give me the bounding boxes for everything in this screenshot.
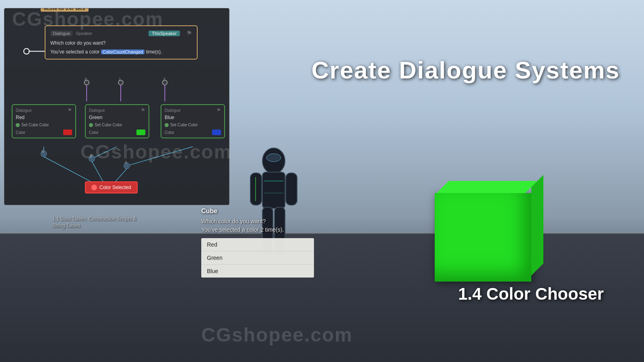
speaker-label: Speaker	[76, 31, 92, 36]
cn-green-label: Dialogue	[89, 108, 105, 113]
main-dialogue-node: Dialogue Speaker ThisSpeaker ⚑ Which col…	[45, 25, 198, 60]
choice-node-red: Dialogue ⚑ Red Set Cube Color Color	[12, 104, 76, 138]
svg-line-30	[127, 147, 193, 166]
cn-red-swatch	[63, 130, 72, 135]
flag-icon: ⚑	[186, 29, 192, 37]
cn-green-color-row: Color	[89, 130, 145, 135]
cn-blue-func: Set Cube Color	[165, 123, 221, 127]
cn-blue-label: Dialogue	[165, 108, 180, 113]
svg-point-11	[84, 80, 89, 85]
choice-item-1[interactable]: Green	[201, 251, 314, 265]
svg-point-32	[125, 165, 128, 167]
blueprint-panel: Active for 0.47 secs 0 1 2 0 0	[4, 8, 229, 205]
cn-red-title: Red	[16, 115, 72, 120]
dialogue-line1: Which color do you want?	[201, 218, 266, 224]
svg-point-31	[124, 163, 130, 169]
svg-point-24	[42, 152, 45, 155]
svg-text:1: 1	[119, 77, 121, 81]
dialogue-text: Which color do you want? You've selected…	[201, 217, 314, 234]
cn-red-label: Dialogue	[16, 108, 31, 113]
active-badge: Active for 0.47 secs	[41, 8, 89, 12]
svg-text:0: 0	[42, 149, 44, 153]
svg-point-23	[41, 151, 47, 157]
svg-rect-1	[262, 172, 285, 208]
svg-rect-3	[286, 173, 297, 205]
node-line1: Which color do you want?	[50, 39, 192, 47]
svg-point-21	[24, 49, 29, 54]
svg-line-26	[92, 147, 117, 159]
svg-point-27	[89, 156, 95, 161]
platform-text: 1.1 Data Tables, Construction Scripts &S…	[52, 216, 136, 229]
cn-red-func: Set Cube Color	[16, 123, 72, 127]
dialogue-line2: You've selected a color 2 time(s).	[201, 226, 284, 233]
color-selected-label: Color Selected	[99, 185, 131, 190]
cn-blue-color-row: Color	[165, 130, 221, 135]
cn-green-flag: ⚑	[141, 107, 145, 113]
choice-item-0[interactable]: Red	[201, 238, 314, 251]
choice-node-green: Dialogue ⚑ Green Set Cube Color Color	[85, 104, 149, 138]
version-label: 1.4 Color Chooser	[458, 284, 604, 304]
node-label: Dialogue	[50, 31, 72, 36]
dialogue-ui: Cube Which color do you want? You've sel…	[201, 208, 314, 278]
speaker-tag: ThisSpeaker	[149, 31, 180, 36]
cn-blue-swatch	[212, 130, 221, 135]
cn-red-flag: ⚑	[68, 107, 72, 113]
choice-list: RedGreenBlue	[201, 238, 314, 278]
cn-red-color-row: Color	[16, 130, 72, 135]
svg-text:0: 0	[125, 160, 127, 165]
cn-blue-flag: ⚑	[217, 107, 221, 113]
svg-point-14	[118, 80, 123, 85]
svg-point-28	[91, 157, 93, 160]
cn-green-title: Green	[89, 115, 145, 120]
svg-line-34	[44, 156, 97, 185]
svg-point-6	[266, 154, 281, 162]
color-selected-icon	[91, 185, 97, 190]
svg-text:0: 0	[90, 153, 92, 157]
cn-blue-title: Blue	[165, 115, 221, 120]
npc-name: Cube	[201, 208, 314, 215]
cn-green-func: Set Cube Color	[89, 123, 145, 127]
color-selected-button[interactable]: Color Selected	[85, 181, 138, 193]
cn-green-swatch	[136, 130, 145, 135]
svg-text:0: 0	[85, 77, 87, 81]
choice-item-2[interactable]: Blue	[201, 265, 314, 278]
svg-text:2: 2	[163, 77, 166, 81]
choice-node-blue: Dialogue ⚑ Blue Set Cube Color Color	[161, 104, 225, 138]
svg-point-17	[163, 80, 167, 85]
green-cube	[435, 193, 531, 282]
game-title: Create Dialogue Systems	[312, 56, 620, 84]
svg-rect-2	[250, 173, 262, 205]
node-line2: You've selected a color ColorCountChange…	[50, 48, 192, 56]
